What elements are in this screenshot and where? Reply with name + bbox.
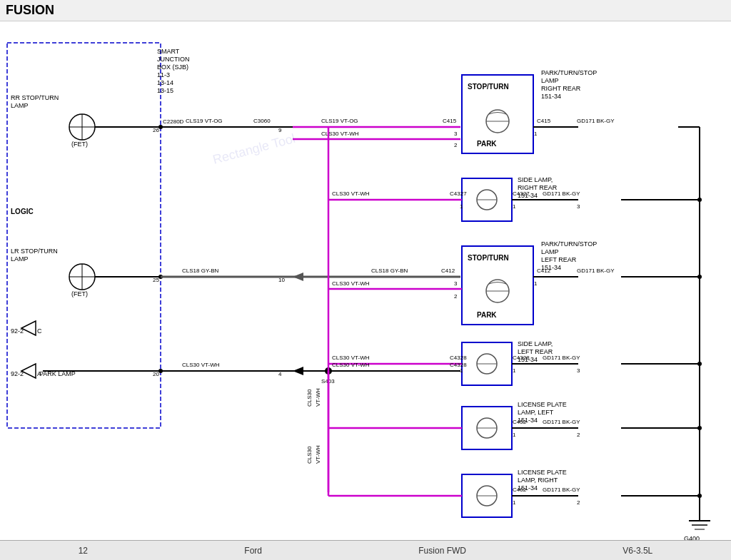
footer-model: Fusion FWD: [418, 546, 466, 556]
svg-text:STOP/TURN: STOP/TURN: [468, 83, 509, 91]
svg-text:4: 4: [278, 371, 282, 377]
svg-text:GD171  BK-GY: GD171 BK-GY: [577, 118, 615, 124]
footer-page: 12: [79, 546, 88, 556]
svg-text:3: 3: [454, 131, 458, 137]
svg-text:CLS30  VT-WH: CLS30 VT-WH: [332, 355, 370, 361]
svg-text:LOGIC: LOGIC: [11, 208, 34, 215]
svg-text:2: 2: [454, 293, 458, 300]
svg-text:26: 26: [153, 127, 159, 133]
svg-point-102: [697, 275, 702, 279]
app-title: FUSION: [0, 0, 731, 21]
svg-text:CLS18  GY-BN: CLS18 GY-BN: [182, 268, 219, 274]
diagram-area: SMART JUNCTION BOX (SJB) 11-3 13-14 13-1…: [0, 21, 731, 549]
footer-make: Ford: [244, 546, 262, 556]
svg-marker-130: [293, 367, 303, 375]
svg-text:Rectangle Tool: Rectangle Tool: [211, 131, 297, 167]
svg-text:PARK/TURN/STOP: PARK/TURN/STOP: [541, 69, 597, 76]
svg-text:13-14: 13-14: [157, 79, 173, 86]
svg-text:1: 1: [534, 131, 538, 137]
svg-text:LAMP: LAMP: [11, 255, 29, 263]
svg-text:SMART: SMART: [157, 48, 180, 55]
svg-text:C412: C412: [537, 268, 551, 274]
svg-text:CLS19  VT-OG: CLS19 VT-OG: [186, 118, 223, 124]
svg-text:C4327: C4327: [450, 190, 467, 197]
svg-text:CLS30  VT-WH: CLS30 VT-WH: [332, 280, 370, 287]
svg-text:9: 9: [278, 127, 282, 133]
svg-text:C462: C462: [513, 487, 527, 493]
svg-text:CLS30  VT-WH: CLS30 VT-WH: [321, 131, 359, 137]
svg-text:(FET): (FET): [71, 290, 88, 297]
svg-text:2: 2: [577, 499, 580, 506]
svg-text:LAMP: LAMP: [11, 102, 29, 109]
svg-text:RIGHT REAR: RIGHT REAR: [541, 85, 581, 92]
svg-text:LR STOP/TURN: LR STOP/TURN: [11, 248, 58, 255]
svg-text:C2280D: C2280D: [163, 118, 184, 125]
svg-point-153: [697, 426, 702, 430]
wiring-diagram: SMART JUNCTION BOX (SJB) 11-3 13-14 13-1…: [0, 21, 731, 549]
svg-text:STOP/TURN: STOP/TURN: [468, 254, 509, 262]
svg-text:1: 1: [513, 367, 516, 374]
svg-text:PARK: PARK: [477, 311, 497, 319]
svg-text:LAMP, LEFT: LAMP, LEFT: [518, 409, 554, 416]
svg-text:PARK: PARK: [477, 140, 497, 148]
svg-text:C415: C415: [443, 118, 457, 124]
footer: 12 Ford Fusion FWD V6-3.5L: [0, 540, 731, 560]
svg-text:VT-WH: VT-WH: [315, 388, 321, 407]
svg-text:11-3: 11-3: [157, 71, 170, 78]
svg-text:LEFT REAR: LEFT REAR: [541, 256, 577, 263]
svg-text:PARK/TURN/STOP: PARK/TURN/STOP: [541, 240, 597, 248]
svg-text:CLS30  VT-WH: CLS30 VT-WH: [182, 362, 220, 368]
svg-text:C4328: C4328: [450, 355, 467, 361]
svg-text:RR STOP/TURN: RR STOP/TURN: [11, 94, 59, 101]
svg-text:LICENSE PLATE: LICENSE PLATE: [518, 401, 567, 408]
svg-text:2: 2: [577, 432, 580, 438]
svg-text:CLS30  VT-WH: CLS30 VT-WH: [332, 362, 370, 368]
svg-text:3: 3: [577, 367, 580, 374]
svg-text:C4327: C4327: [513, 190, 530, 197]
svg-point-167: [697, 494, 702, 498]
svg-text:LICENSE PLATE: LICENSE PLATE: [518, 469, 567, 476]
svg-text:GD171  BK-GY: GD171 BK-GY: [543, 190, 580, 197]
svg-marker-87: [293, 273, 303, 281]
svg-text:C4328: C4328: [450, 362, 467, 368]
svg-text:92-2: 92-2: [11, 370, 24, 377]
svg-text:25: 25: [153, 277, 159, 283]
svg-text:LAMP: LAMP: [541, 248, 559, 255]
svg-text:C4328: C4328: [513, 355, 530, 361]
svg-text:3: 3: [577, 203, 580, 210]
svg-text:1: 1: [534, 280, 538, 287]
svg-text:SIDE LAMP,: SIDE LAMP,: [518, 176, 553, 183]
svg-text:BOX (SJB): BOX (SJB): [157, 63, 188, 71]
svg-point-119: [697, 362, 702, 366]
svg-text:GD171  BK-GY: GD171 BK-GY: [543, 419, 580, 425]
svg-text:LAMP: LAMP: [541, 77, 559, 84]
svg-text:GD171  BK-GY: GD171 BK-GY: [543, 355, 580, 361]
svg-text:C3060: C3060: [253, 118, 271, 124]
svg-text:LAMP, RIGHT: LAMP, RIGHT: [518, 477, 558, 484]
svg-text:CLS19  VT-OG: CLS19 VT-OG: [321, 118, 358, 124]
footer-engine: V6-3.5L: [622, 546, 652, 556]
svg-text:CLS30  VT-WH: CLS30 VT-WH: [332, 190, 370, 197]
svg-text:1: 1: [460, 203, 463, 210]
svg-text:CLS18  GY-BN: CLS18 GY-BN: [371, 268, 408, 274]
svg-text:SIDE LAMP,: SIDE LAMP,: [518, 340, 553, 347]
svg-text:(FET): (FET): [71, 141, 88, 148]
svg-text:1: 1: [513, 432, 516, 438]
svg-text:CLS30: CLS30: [306, 446, 313, 464]
svg-text:20: 20: [153, 371, 159, 377]
svg-text:GD171  BK-GY: GD171 BK-GY: [543, 487, 580, 493]
svg-text:151-34: 151-34: [541, 93, 561, 100]
svg-text:C415: C415: [537, 118, 551, 124]
svg-text:13-15: 13-15: [157, 87, 173, 94]
svg-text:CLS30: CLS30: [306, 389, 313, 407]
svg-text:C: C: [37, 327, 42, 335]
svg-text:C412: C412: [441, 268, 455, 274]
svg-text:92-2: 92-2: [11, 327, 24, 335]
svg-text:3: 3: [454, 280, 458, 287]
svg-text:1: 1: [513, 203, 516, 210]
svg-point-78: [697, 198, 702, 202]
svg-text:JUNCTION: JUNCTION: [157, 56, 190, 63]
svg-text:C452: C452: [513, 419, 527, 425]
svg-text:1: 1: [513, 499, 516, 506]
svg-text:VT-WH: VT-WH: [315, 445, 321, 464]
